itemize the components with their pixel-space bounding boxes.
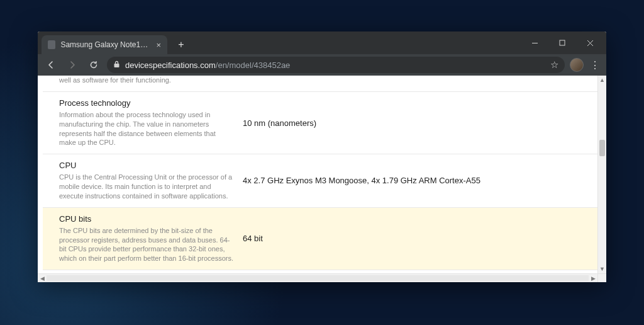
browser-window: Samsung Galaxy Note10 Lite - Sp × + (38, 31, 606, 282)
spec-row: CPU bitsThe CPU bits are determined by t… (43, 208, 597, 270)
lock-icon (113, 60, 120, 69)
spec-row: CPUCPU is the Central Processing Unit or… (43, 154, 597, 208)
spec-row: well as software for their functioning. (43, 76, 597, 92)
tab-favicon (48, 40, 55, 49)
browser-toolbar: devicespecifications.com/en/model/438452… (38, 54, 606, 76)
spec-title: CPU bits (59, 214, 234, 224)
spec-table: well as software for their functioning.P… (43, 76, 597, 273)
svg-rect-4 (114, 64, 119, 67)
back-button[interactable] (43, 57, 59, 73)
spec-value: 4x 2.7 GHz Exynos M3 Mongoose, 4x 1.79 G… (243, 161, 586, 201)
spec-description: Information about the process technology… (59, 110, 234, 147)
spec-description: The CPU bits are determined by the bit-s… (59, 226, 234, 263)
reload-button[interactable] (86, 57, 102, 73)
window-close-button[interactable] (576, 33, 604, 52)
new-tab-button[interactable]: + (174, 37, 189, 52)
spec-left: well as software for their functioning. (59, 76, 243, 85)
profile-avatar[interactable] (570, 58, 584, 72)
window-minimize-button[interactable] (521, 33, 548, 52)
scroll-up-arrow-icon[interactable]: ▲ (598, 76, 606, 84)
horizontal-scrollbar[interactable]: ◀ ▶ (38, 273, 597, 282)
titlebar: Samsung Galaxy Note10 Lite - Sp × + (38, 31, 606, 54)
tab-strip: Samsung Galaxy Note10 Lite - Sp × + (38, 35, 521, 54)
browser-menu-button[interactable]: ⋮ (589, 59, 601, 71)
scroll-right-arrow-icon[interactable]: ▶ (589, 274, 597, 282)
spec-description: well as software for their functioning. (59, 76, 234, 85)
spec-value (243, 76, 586, 85)
spec-left: Process technologyInformation about the … (59, 98, 243, 147)
spec-title: Process technology (59, 98, 234, 108)
spec-left: CPUCPU is the Central Processing Unit or… (59, 161, 243, 201)
page-viewport: well as software for their functioning.P… (38, 76, 606, 282)
spec-value: 64 bit (243, 214, 586, 263)
url-path: /en/model/438452ae (216, 60, 291, 70)
scrollbar-corner (597, 273, 606, 282)
scroll-track[interactable] (598, 84, 606, 265)
tab-close-icon[interactable]: × (156, 40, 161, 50)
forward-button[interactable] (64, 57, 80, 73)
scroll-thumb[interactable] (599, 140, 605, 156)
url-text: devicespecifications.com/en/model/438452… (125, 60, 290, 70)
svg-rect-1 (560, 40, 565, 45)
scroll-left-arrow-icon[interactable]: ◀ (38, 274, 47, 282)
url-domain: devicespecifications.com (125, 60, 216, 70)
bookmark-star-icon[interactable]: ☆ (550, 59, 558, 71)
spec-description: CPU is the Central Processing Unit or th… (59, 173, 234, 201)
spec-row: Process technologyInformation about the … (43, 92, 597, 154)
spec-left: CPU bitsThe CPU bits are determined by t… (59, 214, 243, 263)
page-content: well as software for their functioning.P… (43, 76, 597, 273)
hscroll-thumb[interactable] (47, 275, 589, 281)
window-controls (521, 31, 606, 54)
window-maximize-button[interactable] (548, 33, 576, 52)
address-bar[interactable]: devicespecifications.com/en/model/438452… (107, 57, 565, 73)
browser-tab[interactable]: Samsung Galaxy Note10 Lite - Sp × (42, 35, 167, 54)
spec-value: 10 nm (nanometers) (243, 98, 586, 147)
scroll-down-arrow-icon[interactable]: ▼ (598, 265, 606, 273)
vertical-scrollbar[interactable]: ▲ ▼ (597, 76, 606, 273)
tab-title: Samsung Galaxy Note10 Lite - Sp (60, 40, 148, 49)
spec-title: CPU (59, 161, 234, 170)
